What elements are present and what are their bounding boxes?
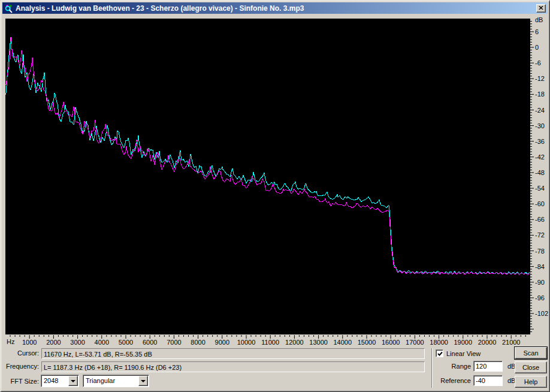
svg-text:20000: 20000 (478, 339, 497, 346)
titlebar[interactable]: Analysis - Ludwig van Beethoven - 23 - S… (2, 2, 548, 14)
hz-ruler: 1000200030004000500060007000800090001000… (5, 335, 539, 346)
svg-text:-18: -18 (535, 91, 545, 98)
svg-text:-48: -48 (535, 169, 545, 176)
svg-text:-66: -66 (535, 216, 545, 223)
chevron-down-icon[interactable] (138, 376, 148, 386)
svg-text:-78: -78 (535, 248, 545, 255)
svg-text:13000: 13000 (309, 339, 328, 346)
svg-text:-60: -60 (535, 200, 545, 207)
spectrum-plot[interactable] (5, 19, 530, 334)
svg-text:-30: -30 (535, 122, 545, 129)
fft-size-select[interactable]: 2048 (41, 375, 79, 387)
fft-size-value: 2048 (44, 377, 58, 384)
chevron-down-icon[interactable] (68, 376, 78, 386)
close-button[interactable]: Close (515, 361, 547, 373)
svg-text:11000: 11000 (261, 339, 279, 346)
svg-text:-24: -24 (535, 107, 545, 114)
svg-text:5000: 5000 (119, 339, 133, 346)
range-label: Range (424, 363, 471, 370)
svg-text:-84: -84 (535, 263, 545, 270)
linear-view-label: Linear View (446, 350, 488, 357)
cursor-readout: 11670 Hz, L=-53.71 dB, R=-55.35 dB (41, 348, 425, 359)
reference-label: Reference (424, 377, 471, 384)
svg-text:7000: 7000 (167, 339, 181, 346)
svg-text:-42: -42 (535, 153, 545, 161)
svg-text:-90: -90 (535, 279, 545, 286)
left-channel-trace (5, 37, 530, 274)
hz-axis-label: Hz (7, 338, 14, 345)
svg-text:9000: 9000 (215, 339, 229, 346)
svg-text:6000: 6000 (143, 339, 157, 346)
help-button[interactable]: Help (515, 376, 547, 388)
svg-text:21000: 21000 (502, 339, 521, 346)
window-function-select[interactable]: Triangular (83, 375, 149, 387)
window-title: Analysis - Ludwig van Beethoven - 23 - S… (16, 4, 536, 13)
svg-text:-102: -102 (535, 310, 548, 317)
check-icon (437, 351, 443, 357)
right-channel-trace (5, 37, 530, 275)
svg-text:8000: 8000 (191, 339, 205, 346)
svg-text:4000: 4000 (95, 339, 109, 346)
scan-button[interactable]: Scan (515, 347, 547, 359)
svg-text:10000: 10000 (237, 339, 256, 346)
cursor-label: Cursor: (1, 349, 39, 357)
svg-text:3000: 3000 (70, 339, 84, 346)
frequency-label: Frequency: (1, 363, 39, 370)
analysis-window: Analysis - Ludwig van Beethoven - 23 - S… (0, 0, 550, 392)
window-function-value: Triangular (86, 377, 115, 384)
svg-text:2000: 2000 (46, 339, 61, 346)
reference-input[interactable] (473, 375, 503, 386)
svg-text:-12: -12 (535, 75, 545, 82)
db-ruler: 60-6-12-18-24-30-36-42-48-54-60-66-72-78… (530, 16, 550, 335)
linear-view-checkbox[interactable] (436, 349, 443, 357)
range-input[interactable] (473, 361, 503, 372)
svg-text:-6: -6 (535, 59, 541, 67)
svg-text:15000: 15000 (358, 339, 376, 346)
svg-text:12000: 12000 (285, 339, 304, 346)
svg-text:18000: 18000 (430, 339, 448, 346)
svg-text:1000: 1000 (22, 339, 37, 346)
svg-text:0: 0 (535, 44, 539, 51)
svg-text:-96: -96 (535, 294, 545, 301)
svg-text:19000: 19000 (454, 339, 473, 346)
svg-text:14000: 14000 (334, 339, 352, 346)
fft-size-label: FFT Size: (1, 378, 39, 385)
app-icon (4, 4, 14, 13)
frequency-readout: L= 1187.3 Hz (D6 +18), R= 1190.6 Hz (D6 … (41, 361, 425, 372)
svg-text:-36: -36 (535, 138, 545, 145)
svg-text:-54: -54 (535, 185, 545, 192)
svg-text:17000: 17000 (406, 339, 424, 346)
close-icon[interactable] (536, 4, 546, 13)
db-axis-label: dB (535, 16, 543, 23)
svg-text:-72: -72 (535, 231, 545, 239)
svg-text:6: 6 (535, 28, 539, 35)
svg-text:16000: 16000 (382, 339, 400, 346)
